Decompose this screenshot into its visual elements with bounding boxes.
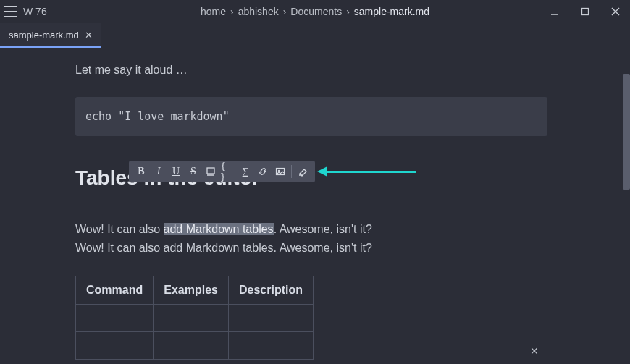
chevron-right-icon: › [346,6,350,17]
table-header[interactable]: Command [76,276,154,305]
breadcrumb-item[interactable]: sample-mark.md [351,6,432,17]
editor-area[interactable]: Let me say it aloud … echo "I love markd… [0,48,630,364]
inline-code-button[interactable]: { } [220,164,236,179]
breadcrumb-item[interactable]: Documents [287,6,345,17]
paragraph[interactable]: Wow! It can also add Markdown tables. Aw… [75,239,547,258]
format-toolbar: B I U S { } ∑ [129,161,315,182]
svg-rect-4 [207,168,214,174]
tab[interactable]: sample-mark.md ✕ [0,23,101,48]
table-row [76,305,314,332]
toolbar-divider [291,165,292,178]
title-bar: W 76 home › abhishek › Documents › sampl… [0,0,630,23]
table-cell[interactable] [228,305,313,332]
selection: add Markdown tables [164,223,274,235]
close-button[interactable] [610,6,621,17]
italic-button[interactable]: I [151,164,167,179]
table-row: Command Examples Description [76,276,314,305]
tab-label: sample-mark.md [9,30,79,41]
table-row [76,332,314,360]
breadcrumb-item[interactable]: abhishek [235,6,282,17]
minimize-button[interactable] [549,6,560,17]
scrollbar[interactable] [623,48,630,364]
table-header[interactable]: Examples [154,276,229,305]
svg-rect-1 [582,9,589,15]
paragraph[interactable]: Let me say it aloud … [75,64,547,77]
table-cell[interactable] [76,332,154,360]
scrollbar-thumb[interactable] [623,74,630,190]
table-cell[interactable] [154,332,229,360]
chevron-right-icon: › [283,6,287,17]
svg-point-7 [278,170,280,172]
tab-bar: sample-mark.md ✕ [0,23,630,48]
toast-close-icon[interactable]: ✕ [530,345,539,357]
word-count: W 76 [23,6,47,17]
image-button[interactable] [272,164,288,179]
table-cell[interactable] [228,332,313,360]
menu-icon[interactable] [4,6,17,17]
underline-button[interactable]: U [168,164,184,179]
annotation-arrow [317,166,416,177]
breadcrumb-item[interactable]: home [198,6,229,17]
code-block[interactable]: echo "I love markdown" [75,97,547,136]
highlight-button[interactable] [203,164,219,179]
close-icon[interactable]: ✕ [85,30,93,41]
chevron-right-icon: › [230,6,234,17]
link-button[interactable] [255,164,271,179]
markdown-table[interactable]: Command Examples Description [75,276,314,360]
text-span: . Awesome, isn't it? [274,223,372,235]
table-cell[interactable] [76,305,154,332]
maximize-button[interactable] [579,6,591,17]
table-cell[interactable] [154,305,229,332]
paragraph[interactable]: Wow! It can also add Markdown tables. Aw… [75,220,547,239]
bold-button[interactable]: B [133,164,149,179]
strikethrough-button[interactable]: S [185,164,201,179]
text-span: Wow! It can also [75,223,164,235]
inline-math-button[interactable]: ∑ [238,164,253,179]
clear-format-button[interactable] [295,164,311,179]
breadcrumb: home › abhishek › Documents › sample-mar… [0,0,630,23]
table-header[interactable]: Description [228,276,313,305]
